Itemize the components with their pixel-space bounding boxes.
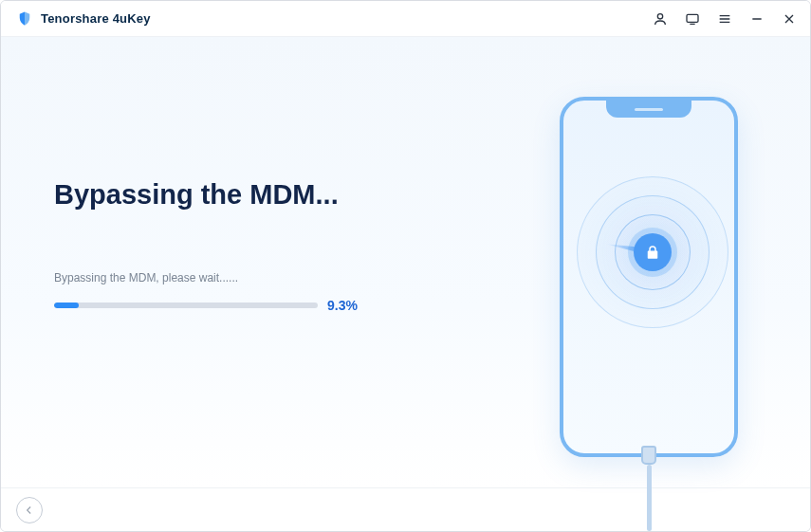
status-text: Bypassing the MDM, please wait...... — [54, 271, 469, 284]
svg-rect-1 — [687, 14, 698, 22]
right-pane — [488, 37, 810, 487]
svg-point-0 — [657, 13, 662, 18]
minimize-button[interactable] — [747, 9, 766, 28]
progress-label: 9.3% — [327, 298, 358, 313]
app-title: Tenorshare 4uKey — [41, 11, 151, 26]
left-pane: Bypassing the MDM... Bypassing the MDM, … — [1, 37, 488, 487]
lock-icon — [634, 233, 672, 271]
account-icon[interactable] — [651, 9, 670, 28]
shield-logo-icon — [16, 10, 33, 28]
progress-fill — [54, 303, 79, 308]
close-button[interactable] — [780, 9, 799, 28]
footer — [1, 487, 810, 531]
app-window: Tenorshare 4uKey Bypassing the MDM... By… — [0, 0, 811, 532]
phone-frame — [560, 97, 738, 457]
app-logo-group: Tenorshare 4uKey — [16, 10, 151, 28]
page-heading: Bypassing the MDM... — [54, 179, 469, 211]
titlebar: Tenorshare 4uKey — [1, 1, 810, 37]
feedback-icon[interactable] — [683, 9, 702, 28]
content-area: Bypassing the MDM... Bypassing the MDM, … — [1, 37, 810, 487]
titlebar-controls — [651, 9, 799, 28]
menu-icon[interactable] — [715, 9, 734, 28]
usb-cable-icon — [639, 446, 658, 531]
phone-illustration — [560, 97, 738, 457]
back-button[interactable] — [16, 497, 43, 523]
progress-row: 9.3% — [54, 298, 358, 313]
phone-notch — [606, 101, 691, 118]
progress-bar — [54, 303, 318, 308]
